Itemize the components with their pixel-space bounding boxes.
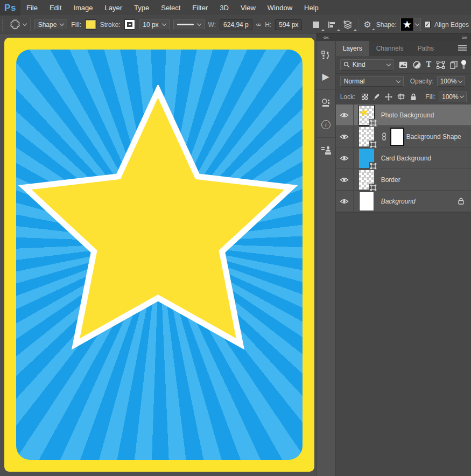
actions-panel-button[interactable]: ▶: [316, 66, 336, 87]
menu-edit[interactable]: Edit: [44, 0, 67, 16]
panel-tabs: Layers Channels Paths: [336, 41, 471, 56]
lock-artboard-icon[interactable]: [397, 93, 405, 100]
stroke-label: Stroke:: [100, 21, 121, 29]
menu-help[interactable]: Help: [298, 0, 325, 16]
layer-thumbnail[interactable]: [359, 149, 374, 168]
fill-select[interactable]: 100%: [439, 92, 467, 102]
layer-row-photo-background[interactable]: ★ Photo Background: [336, 104, 471, 126]
layer-thumbnail[interactable]: ★: [359, 106, 374, 125]
link-dimensions-icon[interactable]: [256, 22, 262, 28]
tab-channels[interactable]: Channels: [369, 41, 411, 56]
layer-thumbnail[interactable]: [359, 192, 374, 211]
menu-window[interactable]: Window: [262, 0, 298, 16]
measurement-log-icon: [320, 97, 331, 108]
stroke-style-select[interactable]: [173, 19, 205, 30]
menu-file[interactable]: File: [20, 0, 44, 16]
menu-layer[interactable]: Layer: [99, 0, 129, 16]
type-layer-filter-icon[interactable]: T: [426, 60, 431, 69]
eye-icon: [340, 112, 349, 118]
gear-icon: ⚙: [363, 20, 371, 29]
menu-select[interactable]: Select: [155, 0, 186, 16]
vector-mask-thumbnail[interactable]: [390, 128, 404, 146]
path-arrangement-icon: [342, 20, 353, 30]
workspace: «« ▶ i: [0, 33, 471, 476]
info-panel-button[interactable]: i: [316, 114, 336, 135]
lock-all-padlock-icon[interactable]: [410, 93, 417, 101]
filter-kind-select[interactable]: Kind: [340, 59, 393, 71]
layer-thumbnail[interactable]: [359, 170, 374, 190]
search-icon: [343, 61, 350, 68]
tool-mode-select[interactable]: Shape: [34, 19, 68, 30]
visibility-toggle[interactable]: [336, 126, 354, 147]
tab-paths[interactable]: Paths: [410, 41, 441, 56]
shape-picker[interactable]: ★: [400, 18, 421, 31]
panel-menu-icon[interactable]: [458, 45, 467, 51]
layer-row-border[interactable]: Border: [336, 169, 471, 191]
measurement-log-panel-button[interactable]: [316, 92, 336, 114]
vector-mask-badge: [369, 119, 377, 127]
filter-toggle-switch[interactable]: [461, 60, 467, 69]
layer-thumbnail[interactable]: [359, 127, 374, 146]
menu-image[interactable]: Image: [67, 0, 99, 16]
separator: [306, 18, 306, 31]
tool-preset-picker[interactable]: [9, 19, 26, 31]
visibility-toggle[interactable]: [336, 169, 354, 190]
tool-options-bar: Shape Fill: Stroke: 10 px W: 624,94 p H:…: [0, 16, 471, 33]
lock-position-move-icon[interactable]: [385, 93, 392, 101]
visibility-toggle[interactable]: [336, 104, 354, 125]
document-card[interactable]: [4, 38, 314, 472]
mask-link-icon[interactable]: [382, 132, 386, 141]
background-thumbnail: [359, 192, 374, 211]
filter-type-buttons: T: [399, 60, 458, 69]
path-arrangement-button[interactable]: [341, 19, 354, 31]
menu-bar: Ps File Edit Image Layer Type Select Fil…: [0, 0, 471, 16]
fill-color-swatch[interactable]: [85, 19, 96, 30]
path-alignment-icon: [327, 20, 336, 30]
lock-transparent-pixels-icon[interactable]: [362, 94, 368, 100]
fill-label: Fill:: [425, 93, 435, 101]
custom-shape-tool-icon: [9, 19, 21, 31]
smart-object-filter-icon[interactable]: [450, 61, 458, 69]
blend-mode-select[interactable]: Normal: [340, 76, 404, 87]
visibility-toggle[interactable]: [336, 191, 354, 212]
layer-name: Border: [381, 176, 400, 184]
layer-row-card-background[interactable]: Card Background: [336, 148, 471, 169]
adjustment-layer-filter-icon[interactable]: [413, 61, 421, 69]
clone-source-panel-button[interactable]: [316, 140, 336, 162]
opacity-label: Opacity:: [410, 78, 434, 85]
visibility-toggle[interactable]: [336, 148, 354, 169]
shape-height-input[interactable]: 594 px: [275, 19, 302, 30]
stroke-width-select[interactable]: 10 px: [139, 19, 169, 30]
menu-filter[interactable]: Filter: [186, 0, 214, 16]
stroke-color-swatch[interactable]: [124, 19, 136, 30]
height-label: H:: [265, 21, 271, 29]
path-alignment-button[interactable]: [326, 19, 338, 31]
tab-layers[interactable]: Layers: [336, 41, 369, 56]
menu-view[interactable]: View: [235, 0, 262, 16]
shape-width-input[interactable]: 624,94 p: [220, 19, 252, 30]
eye-icon: [340, 155, 349, 162]
layer-row-background-shape[interactable]: Background Shape: [336, 126, 471, 148]
options-bar-grip[interactable]: [2, 19, 5, 31]
chevron-down-icon: [460, 94, 464, 98]
shape-settings-button[interactable]: ⚙: [362, 19, 372, 30]
star-shape: [16, 85, 303, 376]
menu-3d[interactable]: 3D: [214, 0, 235, 16]
pixel-layer-filter-icon[interactable]: [399, 61, 407, 68]
layers-panel-empty-area: [336, 212, 471, 476]
divider: [317, 137, 335, 138]
canvas-area[interactable]: [0, 33, 316, 476]
width-label: W:: [208, 21, 216, 29]
collapse-panel-control[interactable]: »»: [336, 33, 471, 41]
shape-layer-filter-icon[interactable]: [437, 61, 445, 69]
opacity-select[interactable]: 100%: [437, 76, 465, 87]
align-edges-checkbox[interactable]: ✓: [425, 21, 431, 28]
lock-label: Lock:: [340, 93, 356, 101]
path-operations-button[interactable]: [310, 19, 322, 31]
history-panel-button[interactable]: [316, 44, 336, 66]
collapse-dock-control[interactable]: ««: [317, 33, 335, 41]
shape-picker-chevron[interactable]: [414, 18, 421, 31]
lock-image-pixels-brush-icon[interactable]: [373, 93, 380, 100]
menu-type[interactable]: Type: [128, 0, 155, 16]
layer-row-background[interactable]: Background: [336, 191, 471, 212]
